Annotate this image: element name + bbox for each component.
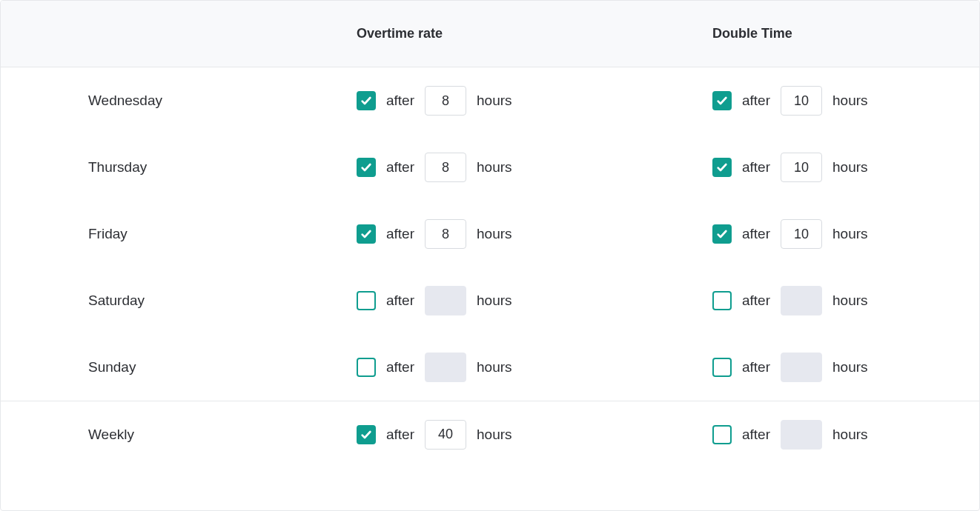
day-label-thursday: Thursday — [88, 159, 147, 175]
doubletime-cell-wednesday: afterhours — [712, 86, 979, 116]
day-label-wednesday: Wednesday — [88, 93, 162, 108]
overtime-hours-input-friday[interactable] — [425, 219, 466, 249]
header-overtime-rate: Overtime rate — [357, 26, 712, 41]
doubletime-cell-friday: afterhours — [712, 219, 979, 249]
overtime-hours-input-sunday[interactable] — [425, 353, 466, 382]
overtime-checkbox-sunday[interactable] — [357, 358, 376, 377]
overtime-checkbox-thursday[interactable] — [357, 158, 376, 177]
doubletime-checkbox-wednesday[interactable] — [712, 91, 732, 110]
overtime-cell-weekly: afterhours — [357, 420, 712, 450]
doubletime-checkbox-weekly[interactable] — [712, 425, 732, 444]
header-double-time: Double Time — [712, 26, 979, 41]
doubletime-checkbox-saturday[interactable] — [712, 291, 732, 310]
label-hours: hours — [832, 93, 868, 109]
overtime-cell-saturday: afterhours — [357, 286, 712, 315]
daily-rows: WednesdayafterhoursafterhoursThursdayaft… — [1, 67, 979, 401]
table-row-sunday: Sundayafterhoursafterhours — [1, 334, 979, 401]
doubletime-hours-input-thursday[interactable] — [781, 153, 822, 182]
label-after: after — [742, 359, 770, 375]
overtime-cell-sunday: afterhours — [357, 353, 712, 382]
overtime-hours-input-wednesday[interactable] — [425, 86, 466, 116]
doubletime-checkbox-sunday[interactable] — [712, 358, 732, 377]
day-label-weekly: Weekly — [88, 427, 134, 442]
label-after: after — [742, 159, 770, 176]
day-label-friday: Friday — [88, 226, 128, 241]
doubletime-cell-saturday: afterhours — [712, 286, 979, 315]
table-header-row: Overtime rate Double Time — [1, 1, 979, 67]
doubletime-hours-input-wednesday[interactable] — [781, 86, 822, 116]
table-row-thursday: Thursdayafterhoursafterhours — [1, 134, 979, 201]
overtime-cell-wednesday: afterhours — [357, 86, 712, 116]
label-hours: hours — [832, 159, 868, 176]
overtime-settings-panel: Overtime rate Double Time Wednesdayafter… — [0, 0, 980, 511]
overtime-cell-thursday: afterhours — [357, 153, 712, 182]
doubletime-cell-sunday: afterhours — [712, 353, 979, 382]
label-hours: hours — [477, 226, 512, 242]
label-after: after — [386, 427, 414, 443]
label-after: after — [742, 427, 770, 443]
doubletime-checkbox-friday[interactable] — [712, 224, 732, 244]
label-hours: hours — [477, 359, 512, 375]
label-hours: hours — [477, 93, 512, 109]
label-after: after — [742, 293, 770, 309]
doubletime-hours-input-friday[interactable] — [781, 219, 822, 249]
doubletime-cell-weekly: afterhours — [712, 420, 979, 450]
table-row-saturday: Saturdayafterhoursafterhours — [1, 267, 979, 334]
doubletime-checkbox-thursday[interactable] — [712, 158, 732, 177]
overtime-checkbox-weekly[interactable] — [357, 425, 376, 444]
label-hours: hours — [832, 293, 868, 309]
label-after: after — [386, 226, 414, 242]
overtime-hours-input-thursday[interactable] — [425, 153, 466, 182]
overtime-hours-input-weekly[interactable] — [425, 420, 466, 450]
overtime-checkbox-friday[interactable] — [357, 224, 376, 244]
label-hours: hours — [832, 359, 868, 375]
label-after: after — [386, 159, 414, 176]
overtime-cell-friday: afterhours — [357, 219, 712, 249]
label-hours: hours — [477, 293, 512, 309]
label-hours: hours — [477, 427, 512, 443]
label-after: after — [386, 293, 414, 309]
label-after: after — [742, 226, 770, 242]
label-hours: hours — [832, 226, 868, 242]
doubletime-cell-thursday: afterhours — [712, 153, 979, 182]
doubletime-hours-input-weekly[interactable] — [781, 420, 822, 450]
label-hours: hours — [832, 427, 868, 443]
table-row-wednesday: Wednesdayafterhoursafterhours — [1, 67, 979, 134]
label-hours: hours — [477, 159, 512, 176]
label-after: after — [742, 93, 770, 109]
overtime-hours-input-saturday[interactable] — [425, 286, 466, 315]
doubletime-hours-input-saturday[interactable] — [781, 286, 822, 315]
label-after: after — [386, 359, 414, 375]
doubletime-hours-input-sunday[interactable] — [781, 353, 822, 382]
label-after: after — [386, 93, 414, 109]
day-label-sunday: Sunday — [88, 359, 136, 375]
overtime-checkbox-saturday[interactable] — [357, 291, 376, 310]
table-row-friday: Fridayafterhoursafterhours — [1, 201, 979, 267]
weekly-row: Weeklyafterhoursafterhours — [1, 401, 979, 467]
day-label-saturday: Saturday — [88, 293, 145, 308]
overtime-checkbox-wednesday[interactable] — [357, 91, 376, 110]
